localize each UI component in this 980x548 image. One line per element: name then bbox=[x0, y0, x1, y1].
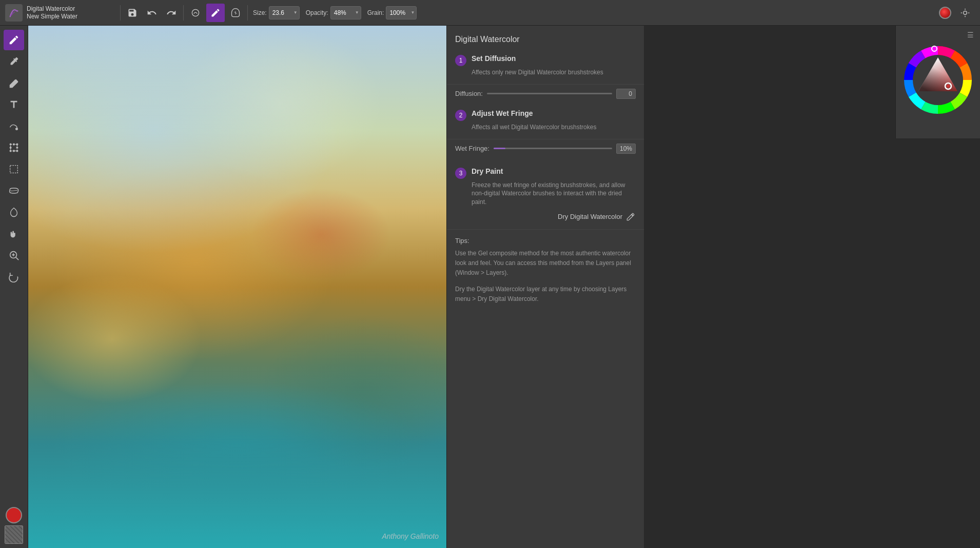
color-mode-button[interactable] bbox=[937, 5, 953, 21]
brand-area: Digital Watercolor New Simple Water bbox=[0, 4, 118, 22]
texture-preview[interactable] bbox=[5, 525, 23, 544]
mixer-button[interactable] bbox=[226, 4, 245, 22]
tool-transform[interactable] bbox=[4, 137, 24, 158]
dry-digital-btn-label: Dry Digital Watercolor bbox=[558, 213, 622, 220]
diffusion-row: Diffusion: 0 bbox=[447, 85, 644, 101]
wet-fringe-row: Wet Fringe: 10% bbox=[447, 139, 644, 156]
tool-selection-rect[interactable] bbox=[4, 159, 24, 179]
tips-text2: Dry the Digital Watercolor layer at any … bbox=[455, 285, 636, 304]
diffusion-label: Diffusion: bbox=[455, 90, 483, 97]
brush-library-button[interactable] bbox=[956, 4, 974, 22]
tool-brush[interactable] bbox=[4, 30, 24, 50]
tool-eyedropper[interactable] bbox=[4, 51, 24, 72]
panel-title: Digital Watercolor bbox=[447, 26, 644, 50]
svg-line-16 bbox=[16, 257, 18, 260]
tips-text1: Use the Gel composite method for the mos… bbox=[455, 249, 636, 278]
save-button[interactable] bbox=[123, 4, 142, 22]
step3-description: Freeze the wet fringe of existing brushs… bbox=[472, 181, 636, 207]
artist-credit: Anthony Gallinoto bbox=[382, 532, 439, 540]
divider2 bbox=[183, 5, 184, 21]
tool-eraser[interactable] bbox=[4, 73, 24, 93]
svg-point-23 bbox=[947, 85, 950, 88]
svg-point-11 bbox=[13, 150, 15, 152]
blender-button[interactable] bbox=[186, 4, 205, 22]
tool-liquify[interactable] bbox=[4, 202, 24, 222]
step2-title: Adjust Wet Fringe bbox=[472, 109, 533, 117]
diffusion-slider[interactable] bbox=[487, 93, 612, 94]
opacity-select[interactable]: 48% bbox=[330, 6, 361, 19]
opacity-label: Opacity: bbox=[306, 9, 328, 16]
svg-point-9 bbox=[16, 150, 18, 152]
color-area bbox=[5, 507, 23, 548]
menu-icon[interactable]: ☰ bbox=[965, 30, 976, 40]
grain-label: Grain: bbox=[367, 9, 384, 16]
wet-fringe-slider[interactable] bbox=[494, 148, 612, 149]
svg-point-6 bbox=[10, 144, 11, 145]
step2-number: 2 bbox=[455, 110, 466, 121]
step2-description: Affects all wet Digital Watercolor brush… bbox=[472, 123, 636, 132]
step1-description: Affects only new Digital Watercolor brus… bbox=[472, 68, 636, 77]
svg-point-13 bbox=[16, 147, 18, 149]
wet-fringe-label: Wet Fringe: bbox=[455, 145, 489, 152]
tool-rotate[interactable] bbox=[4, 267, 24, 287]
grain-select[interactable]: 100% bbox=[386, 6, 417, 19]
left-toolbar bbox=[0, 26, 28, 548]
dry-digital-watercolor-button[interactable]: Dry Digital Watercolor bbox=[455, 212, 636, 222]
digital-watercolor-panel: Digital Watercolor 1 Set Diffusion Affec… bbox=[446, 26, 644, 548]
tool-smear[interactable] bbox=[4, 116, 24, 136]
tool-warp[interactable] bbox=[4, 180, 24, 201]
svg-point-8 bbox=[10, 150, 11, 152]
brand-line2: New Simple Water bbox=[27, 13, 77, 20]
redo-button[interactable] bbox=[162, 4, 181, 22]
canvas-painting[interactable] bbox=[28, 26, 446, 548]
color-picker-panel: ☰ .hw { stroke: none; } bbox=[895, 26, 980, 138]
divider3 bbox=[247, 5, 248, 21]
svg-point-10 bbox=[13, 144, 15, 145]
step2-section: 2 Adjust Wet Fringe Affects all wet Digi… bbox=[447, 105, 644, 139]
tips-section: Tips: Use the Gel composite method for t… bbox=[447, 230, 644, 317]
tool-text[interactable] bbox=[4, 94, 24, 115]
step3-section: 3 Dry Paint Freeze the wet fringe of exi… bbox=[447, 160, 644, 230]
size-select[interactable]: 23.6 bbox=[269, 6, 300, 19]
toolbar-right bbox=[937, 4, 980, 22]
app-icon bbox=[5, 4, 23, 22]
step2-header: 2 Adjust Wet Fringe bbox=[455, 109, 636, 121]
tool-hand[interactable] bbox=[4, 224, 24, 244]
svg-rect-14 bbox=[10, 166, 18, 173]
tool-zoom[interactable] bbox=[4, 245, 24, 266]
opacity-field: Opacity: 48% bbox=[306, 6, 361, 19]
step3-number: 3 bbox=[455, 168, 466, 179]
step1-header: 1 Set Diffusion bbox=[455, 54, 636, 66]
diffusion-value: 0 bbox=[616, 89, 636, 99]
step1-number: 1 bbox=[455, 55, 466, 66]
svg-point-4 bbox=[16, 128, 18, 130]
svg-point-7 bbox=[16, 144, 18, 145]
undo-button[interactable] bbox=[143, 4, 161, 22]
active-brush-button[interactable] bbox=[206, 4, 225, 22]
dry-brush-icon bbox=[625, 212, 636, 222]
svg-point-12 bbox=[10, 147, 11, 149]
brand-line1: Digital Watercolor bbox=[27, 5, 77, 12]
color-wheel[interactable]: .hw { stroke: none; } bbox=[900, 42, 976, 118]
wet-fringe-value: 10% bbox=[616, 144, 636, 154]
step1-section: 1 Set Diffusion Affects only new Digital… bbox=[447, 50, 644, 85]
tips-title: Tips: bbox=[455, 237, 636, 245]
grain-field: Grain: 100% bbox=[367, 6, 417, 19]
step3-title: Dry Paint bbox=[472, 167, 503, 175]
size-label: Size: bbox=[253, 9, 267, 16]
canvas-area[interactable]: Anthony Gallinoto bbox=[28, 26, 446, 548]
svg-point-0 bbox=[192, 9, 199, 16]
toolbar: Digital Watercolor New Simple Water bbox=[0, 0, 980, 26]
size-field: Size: 23.6 bbox=[253, 6, 300, 19]
step1-title: Set Diffusion bbox=[472, 54, 516, 63]
svg-point-3 bbox=[964, 11, 967, 14]
divider1 bbox=[120, 5, 121, 21]
brand-text: Digital Watercolor New Simple Water bbox=[27, 5, 77, 20]
foreground-color[interactable] bbox=[6, 507, 22, 523]
step3-header: 3 Dry Paint bbox=[455, 167, 636, 179]
